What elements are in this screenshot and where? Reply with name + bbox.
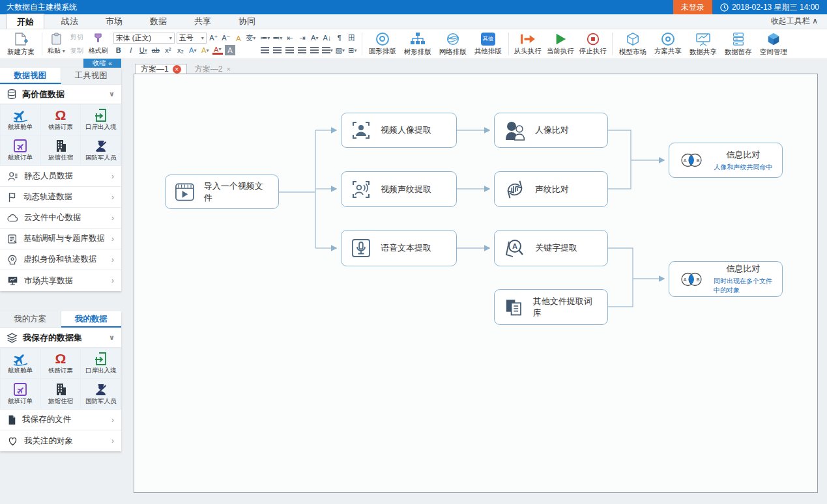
font-size-select[interactable]: 五号▾ (177, 33, 207, 44)
flow-node-import-video[interactable]: 导入一个视频文件 (165, 175, 279, 209)
sort-button[interactable]: A↓ (322, 33, 332, 43)
sidebar-item-dynamic-track-data[interactable]: 动态轨迹数据› (0, 187, 121, 208)
underline-button[interactable]: U▾ (138, 45, 149, 55)
sidebar-item-my-followed-objects[interactable]: 我关注的对象› (0, 430, 121, 451)
collapse-toolbar-button[interactable]: 收起工具栏 ∧ (771, 14, 827, 29)
data-retain-button[interactable]: 数据留存 (721, 31, 756, 57)
pilcrow-button[interactable]: ¶ (334, 33, 345, 43)
run-from-start-button[interactable]: 从头执行 (512, 31, 544, 57)
dataset-military-personnel[interactable]: 国防军人员 (81, 135, 121, 165)
close-tab-icon[interactable]: × (173, 65, 181, 74)
flow-node-video-face-extract[interactable]: 视频人像提取 (341, 113, 457, 148)
dataset-railway-ticket[interactable]: Ω 铁路订票 (41, 105, 81, 135)
sidebar-item-survey-topic-data[interactable]: 基础调研与专题库数据› (0, 229, 121, 249)
ribbon-tab-tactics[interactable]: 战法 (51, 14, 89, 29)
highlight-button[interactable]: A▾ (200, 45, 210, 55)
dataset-hotel-stay[interactable]: 旅馆住宿 (41, 135, 81, 165)
char-shading-button[interactable]: A (225, 45, 235, 55)
tree-layout-button[interactable]: 树形排版 (400, 31, 435, 57)
sidebar-item-my-saved-files[interactable]: 我保存的文件› (0, 410, 121, 430)
ribbon-tab-share[interactable]: 共享 (184, 14, 222, 29)
sidebar-item-static-person-data[interactable]: 静态人员数据› (0, 166, 121, 187)
tab-data-view[interactable]: 数据视图 (0, 68, 61, 84)
plan-tab-1[interactable]: 方案—1 × (135, 64, 187, 74)
dataset-border-entry-exit[interactable]: 口岸出入境 (81, 348, 121, 378)
align-left-button[interactable] (260, 45, 270, 55)
other-layout-button[interactable]: 其他 其他排版 (471, 31, 506, 57)
asian-layout-button[interactable]: A▾ (310, 33, 320, 43)
sidebar-collapse-button[interactable]: 收缩« (83, 59, 121, 68)
flow-node-info-compare-2[interactable]: AB 信息比对 同时出现在多个文件中的对象 (669, 261, 783, 297)
flow-node-info-compare-1[interactable]: AB 信息比对 人像和声纹共同命中 (669, 143, 783, 178)
italic-button[interactable]: I (126, 45, 136, 55)
text-effects-button[interactable]: A▾ (188, 45, 198, 55)
grow-font-button[interactable]: A⁺ (209, 33, 219, 44)
section-high-value-data[interactable]: 高价值数据 ∨ (0, 85, 121, 104)
sidebar-item-market-shared-data[interactable]: 市场共享数据› (0, 270, 121, 291)
ribbon-tab-collab[interactable]: 协同 (228, 14, 266, 29)
paste-button[interactable]: 粘贴 ▾ (46, 32, 66, 56)
bold-button[interactable]: B (113, 45, 124, 55)
circle-layout-button[interactable]: 圆形排版 (365, 31, 400, 57)
flow-canvas[interactable]: 导入一个视频文件 视频人像提取 视频声纹提取 语音文本提取 人像比对 声纹比对 … (134, 74, 818, 493)
dataset-hotel-stay[interactable]: 旅馆住宿 (41, 379, 81, 409)
dataset-military-personnel[interactable]: 国防军人员 (81, 379, 121, 409)
close-tab-icon[interactable]: × (226, 65, 230, 73)
line-spacing-button[interactable]: ▾ (322, 45, 333, 55)
shading-button[interactable]: ▨▾ (335, 45, 345, 55)
dataset-railway-ticket[interactable]: Ω 铁路订票 (41, 348, 81, 378)
run-current-button[interactable]: 当前执行 (544, 31, 577, 57)
align-right-button[interactable] (285, 45, 295, 55)
data-share-button[interactable]: 数据共享 (686, 31, 721, 57)
table-button[interactable]: 田 (347, 33, 357, 43)
borders-button[interactable]: ⊞▾ (347, 45, 358, 55)
ribbon-tab-market[interactable]: 市场 (95, 14, 133, 29)
ribbon-tab-start[interactable]: 开始 (7, 14, 44, 29)
sidebar-item-virtual-identity-data[interactable]: 虚拟身份和轨迹数据› (0, 249, 121, 270)
font-family-select[interactable]: 宋体 (正文)▾ (113, 33, 175, 44)
copy-button[interactable]: 复制 (70, 46, 83, 55)
number-list-button[interactable]: ≕▾ (272, 33, 283, 43)
dataset-flight-manifest[interactable]: 航班舱单 (1, 348, 40, 378)
flow-node-speech-to-text-extract[interactable]: 语音文本提取 (341, 230, 457, 266)
indent-button[interactable]: ⇥ (297, 33, 308, 43)
dataset-border-entry-exit[interactable]: 口岸出入境 (81, 105, 121, 135)
space-manage-button[interactable]: 空间管理 (756, 31, 791, 57)
subscript-button[interactable]: x₂ (175, 45, 186, 55)
plane-icon (12, 108, 29, 122)
dataset-flight-manifest[interactable]: 航班舱单 (1, 105, 40, 135)
strikethrough-button[interactable]: ab (151, 45, 161, 55)
justify-button[interactable] (297, 45, 308, 55)
ribbon-tab-data[interactable]: 数据 (139, 14, 177, 29)
dataset-flight-order[interactable]: 航班订单 (1, 379, 40, 409)
flow-node-keyword-extract[interactable]: A 关键字提取 (494, 230, 608, 266)
section-my-saved-datasets[interactable]: 我保存的数据集 ∨ (0, 328, 121, 348)
plan-share-button[interactable]: 方案共享 (650, 31, 686, 57)
stop-run-button[interactable]: 停止执行 (577, 31, 609, 57)
bullet-list-button[interactable]: ≔▾ (260, 33, 270, 43)
sidebar-item-cloud-file-data[interactable]: 云文件中心数据› (0, 208, 121, 229)
outdent-button[interactable]: ⇤ (285, 33, 295, 43)
tab-my-plans[interactable]: 我的方案 (0, 311, 61, 328)
font-color-button[interactable]: A▾ (212, 46, 223, 55)
flow-node-face-compare[interactable]: 人像比对 (494, 113, 608, 148)
cut-button[interactable]: 剪切 (70, 33, 83, 42)
dataset-flight-order[interactable]: 航班订单 (1, 135, 40, 165)
shrink-font-button[interactable]: A⁻ (221, 33, 231, 44)
superscript-button[interactable]: x² (163, 45, 173, 55)
plan-tab-2[interactable]: 方案—2 × (190, 64, 236, 74)
tab-tool-view[interactable]: 工具视图 (61, 68, 122, 84)
distribute-button[interactable] (310, 45, 320, 55)
flow-node-voiceprint-compare[interactable]: 声纹比对 (494, 171, 608, 207)
clear-format-button[interactable]: A (233, 33, 244, 44)
network-layout-button[interactable]: 网络排版 (435, 31, 471, 57)
phonetic-button[interactable]: 变▾ (246, 33, 256, 44)
flow-node-video-voiceprint-extract[interactable]: 视频声纹提取 (341, 171, 457, 207)
tab-my-data[interactable]: 我的数据 (61, 311, 122, 328)
align-center-button[interactable] (272, 45, 283, 55)
new-plan-button[interactable]: 新建方案 (3, 31, 39, 57)
flow-node-other-files-lexicon[interactable]: 其他文件提取词库 (494, 289, 608, 325)
model-market-button[interactable]: 模型市场 (615, 31, 650, 57)
login-status-badge[interactable]: 未登录 (673, 0, 712, 14)
format-painter-button[interactable]: 格式刷 (87, 32, 109, 56)
